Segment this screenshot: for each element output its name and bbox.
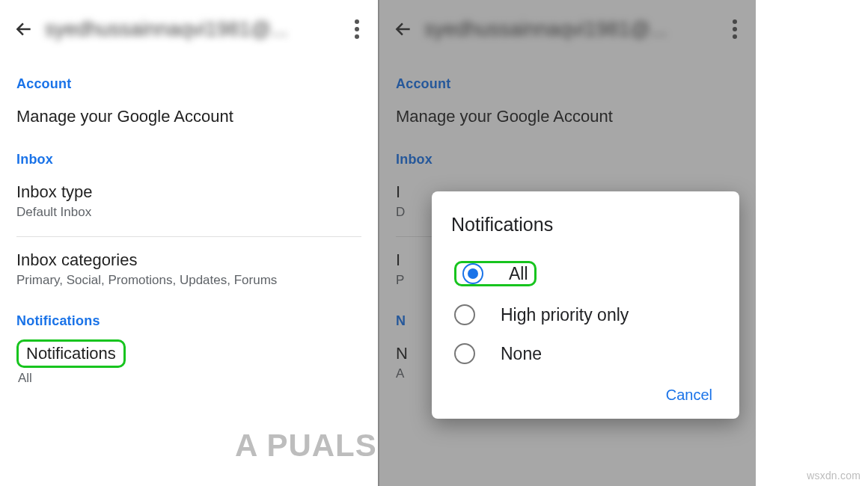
- manage-google-account-row[interactable]: Manage your Google Account: [16, 102, 361, 138]
- radio-label-high: High priority only: [501, 305, 629, 325]
- overflow-menu-icon[interactable]: [346, 19, 367, 39]
- inbox-type-row[interactable]: Inbox type Default Inbox: [16, 178, 361, 232]
- inbox-categories-row[interactable]: Inbox categories Primary, Social, Promot…: [16, 246, 361, 300]
- dialog-title: Notifications: [451, 214, 720, 236]
- section-header-inbox: Inbox: [16, 152, 361, 167]
- inbox-type-value: Default Inbox: [16, 205, 361, 220]
- highlight-box-all-option: All: [454, 261, 537, 286]
- section-header-account: Account: [16, 76, 361, 92]
- section-header-notifications: Notifications: [16, 313, 361, 329]
- notifications-row[interactable]: Notifications All: [16, 339, 361, 398]
- cancel-button[interactable]: Cancel: [658, 381, 720, 409]
- inbox-type-label: Inbox type: [16, 182, 361, 202]
- account-email-title: syedhussainnaqvi1981@...: [45, 18, 336, 41]
- notifications-dialog: Notifications All High priority only Non…: [432, 191, 739, 419]
- page-gutter: [756, 0, 868, 486]
- radio-label-none: None: [501, 344, 542, 364]
- highlight-box-notifications: Notifications: [16, 339, 126, 368]
- notifications-value: All: [18, 371, 361, 386]
- radio-unselected-icon: [454, 304, 475, 325]
- back-arrow-icon[interactable]: [13, 19, 34, 40]
- radio-option-all[interactable]: All: [451, 252, 720, 295]
- radio-option-high-priority[interactable]: High priority only: [451, 295, 720, 334]
- radio-option-none[interactable]: None: [451, 334, 720, 373]
- settings-screen-left: syedhussainnaqvi1981@... Account Manage …: [0, 0, 378, 486]
- inbox-categories-label: Inbox categories: [16, 250, 361, 270]
- divider: [16, 236, 361, 237]
- inbox-categories-value: Primary, Social, Promotions, Updates, Fo…: [16, 273, 361, 288]
- notifications-label: Notifications: [26, 344, 116, 363]
- manage-google-account-label: Manage your Google Account: [16, 107, 361, 126]
- radio-label-all: All: [509, 264, 528, 284]
- radio-selected-icon: [462, 263, 483, 284]
- appbar: syedhussainnaqvi1981@...: [0, 0, 378, 55]
- settings-screen-right: syedhussainnaqvi1981@... Account Manage …: [378, 0, 756, 486]
- radio-unselected-icon: [454, 343, 475, 364]
